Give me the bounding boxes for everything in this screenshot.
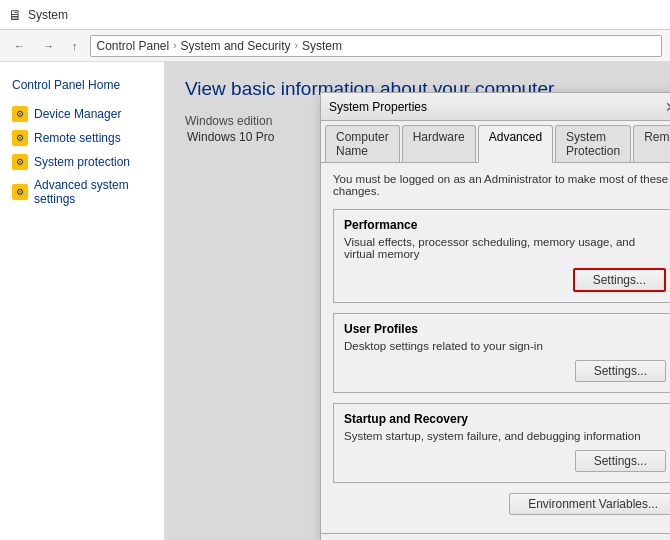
back-button[interactable]: ← xyxy=(8,37,31,55)
tab-advanced[interactable]: Advanced xyxy=(478,125,553,163)
user-profiles-title: User Profiles xyxy=(344,322,666,336)
user-profiles-settings-button[interactable]: Settings... xyxy=(575,360,666,382)
performance-desc: Visual effects, processor scheduling, me… xyxy=(344,236,666,260)
sidebar: Control Panel Home ⚙ Device Manager ⚙ Re… xyxy=(0,62,165,540)
user-profiles-section: User Profiles Desktop settings related t… xyxy=(333,313,670,393)
admin-note: You must be logged on as an Administrato… xyxy=(333,173,670,197)
content-area: View basic information about your comput… xyxy=(165,62,670,540)
main-layout: Control Panel Home ⚙ Device Manager ⚙ Re… xyxy=(0,62,670,540)
user-profiles-desc: Desktop settings related to your sign-in xyxy=(344,340,666,352)
startup-recovery-title: Startup and Recovery xyxy=(344,412,666,426)
window-title: System xyxy=(28,8,68,22)
sidebar-title: Control Panel Home xyxy=(0,72,164,102)
startup-recovery-settings-button[interactable]: Settings... xyxy=(575,450,666,472)
up-button[interactable]: ↑ xyxy=(66,37,84,55)
address-bar: ← → ↑ Control Panel › System and Securit… xyxy=(0,30,670,62)
tab-system-protection[interactable]: System Protection xyxy=(555,125,631,162)
path-segment-2: System and Security xyxy=(181,39,291,53)
dialog-tabs: Computer Name Hardware Advanced System P… xyxy=(321,121,670,163)
env-variables-row: Environment Variables... xyxy=(333,493,670,515)
path-segment-3: System xyxy=(302,39,342,53)
performance-title: Performance xyxy=(344,218,666,232)
title-bar: 🖥 System xyxy=(0,0,670,30)
performance-settings-button[interactable]: Settings... xyxy=(573,268,666,292)
startup-recovery-section: Startup and Recovery System startup, sys… xyxy=(333,403,670,483)
sidebar-item-device-manager[interactable]: ⚙ Device Manager xyxy=(0,102,164,126)
sidebar-label-system-protection: System protection xyxy=(34,155,130,169)
dialog-titlebar: System Properties ✕ xyxy=(321,93,670,121)
dialog-title: System Properties xyxy=(329,100,427,114)
advanced-system-icon: ⚙ xyxy=(12,184,28,200)
sidebar-item-advanced-system-settings[interactable]: ⚙ Advanced system settings xyxy=(0,174,164,210)
sidebar-label-device-manager: Device Manager xyxy=(34,107,121,121)
path-sep-2: › xyxy=(295,40,298,51)
system-protection-icon: ⚙ xyxy=(12,154,28,170)
dialog-body: You must be logged on as an Administrato… xyxy=(321,163,670,533)
startup-recovery-desc: System startup, system failure, and debu… xyxy=(344,430,666,442)
dialog-close-button[interactable]: ✕ xyxy=(661,100,670,114)
tab-computer-name[interactable]: Computer Name xyxy=(325,125,400,162)
tab-remote[interactable]: Remote xyxy=(633,125,670,162)
remote-settings-icon: ⚙ xyxy=(12,130,28,146)
sidebar-label-advanced: Advanced system settings xyxy=(34,178,152,206)
dialog-footer: OK Cancel Apply xyxy=(321,533,670,540)
environment-variables-button[interactable]: Environment Variables... xyxy=(509,493,670,515)
path-sep-1: › xyxy=(173,40,176,51)
sidebar-item-remote-settings[interactable]: ⚙ Remote settings xyxy=(0,126,164,150)
tab-hardware[interactable]: Hardware xyxy=(402,125,476,162)
path-segment-1: Control Panel xyxy=(97,39,170,53)
forward-button[interactable]: → xyxy=(37,37,60,55)
address-path: Control Panel › System and Security › Sy… xyxy=(90,35,663,57)
window-icon: 🖥 xyxy=(8,7,22,23)
system-properties-dialog: System Properties ✕ Computer Name Hardwa… xyxy=(320,92,670,540)
sidebar-item-system-protection[interactable]: ⚙ System protection xyxy=(0,150,164,174)
device-manager-icon: ⚙ xyxy=(12,106,28,122)
performance-section: Performance Visual effects, processor sc… xyxy=(333,209,670,303)
sidebar-label-remote-settings: Remote settings xyxy=(34,131,121,145)
